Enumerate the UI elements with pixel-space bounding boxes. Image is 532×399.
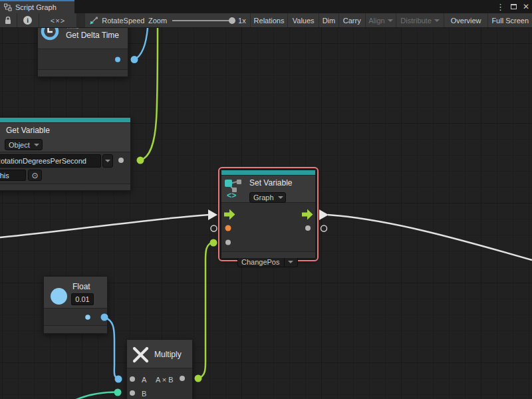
port-label-b: B [142, 390, 146, 398]
port-set-variable-output-outer[interactable] [321, 225, 327, 231]
variable-name-dropdown[interactable] [102, 154, 113, 168]
wire-endpoint-dot[interactable] [137, 157, 144, 164]
lock-icon [4, 16, 12, 25]
node-category: Time [66, 28, 79, 30]
graph-info-segment: RotateSpeed Zoom 1x [85, 13, 250, 27]
variable-accent-bar [221, 170, 315, 176]
graph-toolbar: i <×> RotateSpeed Zoom 1x Relations Valu… [0, 13, 532, 28]
node-multiply[interactable]: Multiply A A × B B [126, 339, 193, 399]
chevron-down-icon [388, 19, 393, 22]
variable-scope-dropdown[interactable]: Graph [249, 192, 286, 203]
wire-endpoint-dot[interactable] [131, 56, 138, 63]
set-variable-icon: <> [224, 179, 245, 199]
wire-to-multiply-b [74, 392, 118, 399]
script-graph-icon [4, 3, 12, 11]
graph-name: RotateSpeed [102, 17, 144, 25]
object-picker-icon[interactable]: ⊙ [28, 170, 42, 181]
multiply-icon [132, 346, 150, 364]
node-title: Set Variable [249, 178, 292, 188]
float-icon [51, 288, 67, 305]
toolbar-button-dim[interactable]: Dim [319, 13, 339, 27]
graph-asset-icon [89, 16, 98, 25]
zoom-slider[interactable] [172, 20, 233, 21]
toolbar-button-fullscreen[interactable]: Full Screen [488, 13, 532, 27]
maximize-icon[interactable] [511, 4, 517, 9]
float-value-field[interactable]: 0.01 [71, 293, 94, 305]
clock-icon [40, 28, 60, 42]
node-get-delta-time[interactable]: Time Get Delta Time [37, 28, 128, 77]
toolbar-button-distribute: Distribute [396, 13, 444, 27]
toolbar-divider [77, 13, 85, 27]
code-view-button[interactable]: <×> [39, 13, 78, 27]
wire-endpoint-dot[interactable] [114, 389, 122, 396]
inspect-button[interactable]: i [17, 13, 39, 27]
port-set-variable-name-outer[interactable] [211, 225, 217, 231]
node-get-variable[interactable]: Get Variable Object RotationDegreesPerSe… [0, 117, 131, 191]
wire-flow-in [0, 215, 209, 237]
variable-scope-dropdown[interactable]: Object [5, 139, 43, 150]
flow-arrowhead-out [319, 209, 329, 220]
info-icon: i [23, 16, 32, 25]
graph-canvas[interactable]: Time Get Delta Time Get Variable Object … [0, 28, 532, 399]
chevron-down-icon [105, 160, 110, 162]
wire-delta-time-out [134, 28, 148, 60]
chevron-down-icon [434, 19, 440, 22]
chevron-down-icon [34, 144, 39, 146]
zoom-value: 1x [238, 17, 246, 25]
window-menu-icon[interactable]: ⋮ [496, 3, 505, 11]
close-icon[interactable]: ✕ [523, 3, 529, 11]
node-title: Get Variable [6, 126, 50, 135]
svg-text:<>: <> [227, 192, 236, 199]
wire-endpoint-dot[interactable] [115, 376, 122, 383]
toolbar-button-values[interactable]: Values [288, 13, 319, 27]
lock-button[interactable] [0, 13, 17, 27]
port-label-result: A × B [156, 376, 174, 384]
node-title: Float [72, 282, 90, 291]
code-icon: <×> [51, 17, 65, 25]
flow-arrowhead-in [208, 209, 217, 220]
wire-endpoint-dot[interactable] [210, 239, 217, 247]
port-label-a: A [142, 376, 146, 384]
node-title: Multiply [154, 350, 182, 359]
variable-accent-bar [0, 118, 130, 123]
toolbar-button-align: Align [366, 13, 397, 27]
toolbar-button-relations[interactable]: Relations [251, 13, 289, 27]
tab-bar: Script Graph ⋮ ✕ [0, 0, 532, 13]
tab-title: Script Graph [15, 3, 57, 11]
node-title: Get Delta Time [66, 31, 119, 40]
target-object-field[interactable]: This [0, 170, 26, 181]
wire-multiply-to-set-variable [198, 243, 213, 379]
zoom-slider-handle[interactable] [229, 17, 235, 24]
tab-script-graph[interactable]: Script Graph [0, 0, 74, 13]
wire-get-variable-out [140, 28, 158, 160]
node-float[interactable]: Float 0.01 [43, 276, 108, 334]
toolbar-button-overview[interactable]: Overview [444, 13, 489, 27]
wire-endpoint-dot[interactable] [195, 375, 202, 382]
unity-visual-scripting-window: Script Graph ⋮ ✕ i <×> Ro [0, 0, 532, 399]
chevron-down-icon [284, 257, 293, 267]
chevron-down-icon [278, 196, 283, 199]
zoom-label: Zoom [148, 17, 167, 25]
variable-name-field[interactable]: RotationDegreesPerSecond [0, 154, 101, 168]
toolbar-button-carry[interactable]: Carry [339, 13, 366, 27]
wire-flow-out [328, 215, 532, 260]
node-set-variable[interactable]: <> Set Variable Graph ChangePos [221, 170, 316, 259]
